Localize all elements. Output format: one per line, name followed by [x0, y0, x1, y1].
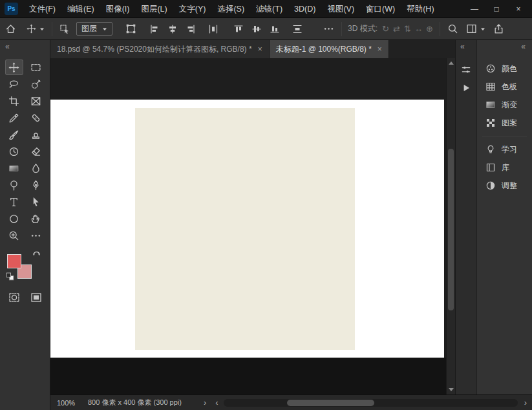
path-selection-tool[interactable]	[27, 194, 45, 210]
document-tab-inactive[interactable]: 18.psd @ 54.7% (PS2020如何绘制计算器图标, RGB/8) …	[50, 40, 270, 58]
close-button[interactable]: ×	[507, 0, 529, 17]
status-expander-icon[interactable]: ›	[204, 398, 206, 407]
align-top-button[interactable]	[231, 21, 246, 38]
show-transform-controls-toggle[interactable]	[123, 21, 139, 38]
align-center-horizontal-button[interactable]	[165, 21, 180, 38]
canvas-pasteboard[interactable]	[50, 58, 455, 394]
panel-tab-patterns[interactable]: 图案	[477, 114, 532, 132]
foreground-color-swatch[interactable]	[7, 254, 21, 268]
vertical-scrollbar-thumb[interactable]	[448, 149, 454, 310]
brush-tool[interactable]	[5, 127, 23, 142]
zoom-tool[interactable]	[5, 228, 23, 243]
crop-tool[interactable]	[5, 93, 23, 109]
quick-mask-icon	[8, 292, 20, 303]
dodge-tool[interactable]	[5, 177, 23, 193]
menu-window[interactable]: 窗口(W)	[360, 0, 401, 18]
hand-tool[interactable]	[27, 211, 45, 226]
menu-type[interactable]: 文字(Y)	[173, 0, 212, 18]
zoom-level-field[interactable]: 100%	[57, 399, 81, 407]
swap-colors-icon[interactable]	[32, 248, 41, 257]
home-button[interactable]	[3, 21, 19, 38]
default-colors-icon[interactable]	[6, 272, 14, 281]
eraser-tool[interactable]	[27, 144, 45, 159]
3d-slide-icon[interactable]: ↔	[413, 24, 424, 34]
more-align-options-button[interactable]	[321, 21, 337, 38]
vertical-scrollbar[interactable]	[446, 58, 455, 394]
document-area: 18.psd @ 54.7% (PS2020如何绘制计算器图标, RGB/8) …	[50, 40, 455, 394]
frame-tool[interactable]	[27, 93, 45, 109]
dodge-icon	[8, 180, 19, 191]
maximize-button[interactable]: □	[485, 0, 507, 17]
toolbar-collapse-button[interactable]: «	[5, 42, 10, 51]
quick-selection-tool[interactable]	[27, 76, 45, 92]
align-right-button[interactable]	[183, 21, 198, 38]
3d-scale-icon[interactable]: ⊕	[424, 24, 435, 34]
tool-preset-picker[interactable]	[24, 21, 47, 38]
tab-close-icon[interactable]: ×	[378, 45, 382, 54]
3d-drag-icon[interactable]: ⇅	[402, 24, 413, 34]
align-bottom-button[interactable]	[267, 21, 282, 38]
edit-toolbar-button[interactable]	[27, 228, 45, 243]
panel-tab-color[interactable]: 颜色	[477, 59, 532, 78]
tab-label: 18.psd @ 54.7% (PS2020如何绘制计算器图标, RGB/8) …	[57, 44, 252, 55]
share-image-button[interactable]	[491, 21, 507, 38]
document-canvas[interactable]	[50, 100, 444, 358]
horizontal-scrollbar-thumb[interactable]	[287, 400, 374, 406]
panel-tab-swatches[interactable]: 色板	[477, 78, 532, 96]
menu-filter[interactable]: 滤镜(T)	[250, 0, 288, 18]
panel-label: 学习	[502, 144, 517, 155]
spot-healing-brush-tool[interactable]	[27, 110, 45, 125]
panel-collapse-button[interactable]: «	[521, 42, 526, 51]
caret-down-icon	[39, 27, 45, 32]
menu-3d[interactable]: 3D(D)	[288, 0, 321, 18]
auto-select-toggle[interactable]	[57, 21, 72, 38]
blur-tool[interactable]	[27, 160, 45, 176]
menu-layer[interactable]: 图层(L)	[135, 0, 173, 18]
search-button[interactable]	[445, 21, 461, 38]
workspace-switcher[interactable]	[463, 21, 488, 38]
menu-image[interactable]: 图像(I)	[100, 0, 136, 18]
3d-roll-icon[interactable]: ⇄	[391, 24, 402, 34]
horizontal-type-tool[interactable]	[5, 194, 23, 210]
menu-edit[interactable]: 编辑(E)	[61, 0, 100, 18]
history-brush-tool[interactable]	[5, 144, 23, 159]
panel-tab-adjustments[interactable]: 调整	[477, 177, 532, 195]
panel-tab-libraries[interactable]: 库	[477, 158, 532, 177]
move-tool-icon	[27, 24, 36, 34]
menu-view[interactable]: 视图(V)	[321, 0, 360, 18]
menu-file[interactable]: 文件(F)	[23, 0, 61, 18]
properties-panel-icon[interactable]	[460, 64, 472, 76]
panel-tab-learn[interactable]: 学习	[477, 140, 532, 158]
auto-select-target-dropdown[interactable]: 图层	[76, 22, 112, 36]
strip-collapse-button[interactable]: «	[460, 42, 465, 51]
ellipse-shape-tool[interactable]	[5, 211, 23, 226]
menu-select[interactable]: 选择(S)	[211, 0, 250, 18]
3d-rotate-icon[interactable]: ↻	[380, 24, 391, 34]
move-tool[interactable]	[5, 59, 23, 75]
actions-panel-icon[interactable]	[460, 82, 472, 94]
distribute-horizontal-button[interactable]	[206, 21, 221, 38]
rectangular-marquee-tool[interactable]	[27, 59, 45, 75]
distribute-vertical-button[interactable]	[290, 21, 305, 38]
screen-mode-button[interactable]	[27, 290, 45, 305]
clone-stamp-tool[interactable]	[27, 127, 45, 142]
eyedropper-tool[interactable]	[5, 110, 23, 125]
tab-label: 未标题-1 @ 100%(RGB/8) *	[276, 44, 372, 55]
quick-mask-mode-button[interactable]	[5, 290, 23, 305]
panel-tab-gradients[interactable]: 渐变	[477, 96, 532, 114]
gradient-tool[interactable]	[5, 160, 23, 176]
menu-help[interactable]: 帮助(H)	[401, 0, 440, 18]
lasso-tool[interactable]	[5, 76, 23, 92]
align-middle-vertical-button[interactable]	[249, 21, 264, 38]
scroll-up-arrow[interactable]	[449, 61, 454, 65]
pen-tool[interactable]	[27, 177, 45, 193]
scroll-left-arrow[interactable]: ‹	[215, 398, 218, 407]
minimize-button[interactable]: —	[463, 0, 485, 17]
align-left-button[interactable]	[147, 21, 162, 38]
scroll-down-arrow[interactable]	[449, 388, 454, 391]
tab-close-icon[interactable]: ×	[258, 45, 262, 54]
scroll-right-arrow[interactable]: ›	[524, 398, 527, 407]
crop-icon	[8, 96, 19, 107]
document-tab-active[interactable]: 未标题-1 @ 100%(RGB/8) * ×	[270, 40, 389, 58]
horizontal-scrollbar[interactable]	[224, 399, 518, 407]
